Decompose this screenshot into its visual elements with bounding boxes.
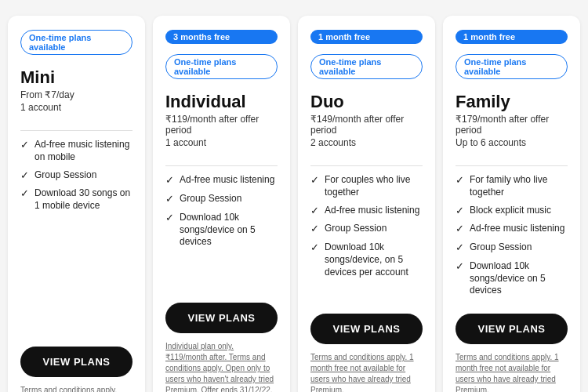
plan-card-mini: One-time plans available Mini From ₹7/da…: [8, 16, 145, 392]
divider: [456, 165, 568, 166]
badge-row: 1 month freeOne-time plans available: [456, 30, 568, 85]
badge-row: 3 months freeOne-time plans available: [165, 30, 278, 85]
features-list: ✓ For couples who live together ✓ Ad-fre…: [310, 174, 423, 303]
one-time-badge: One-time plans available: [20, 30, 132, 55]
check-icon: ✓: [310, 241, 319, 255]
plan-name: Family: [456, 92, 568, 112]
one-time-badge: One-time plans available: [310, 54, 423, 79]
feature-item: ✓ Group Session: [20, 169, 132, 183]
check-icon: ✓: [456, 260, 464, 274]
top-badge: 3 months free: [165, 30, 278, 44]
plan-card-duo: 1 month freeOne-time plans available Duo…: [298, 16, 435, 392]
check-icon: ✓: [310, 174, 319, 187]
features-list: ✓ For family who live together ✓ Block e…: [456, 174, 568, 303]
feature-text: Group Session: [180, 193, 241, 205]
view-plans-button[interactable]: VIEW PLANS: [310, 314, 423, 344]
features-list: ✓ Ad-free music listening on mobile ✓ Gr…: [20, 139, 132, 336]
terms-text: Terms and conditions apply.: [20, 385, 132, 392]
terms-link[interactable]: Terms and conditions apply.: [20, 386, 117, 392]
top-badge: 1 month free: [456, 30, 568, 44]
view-plans-button[interactable]: VIEW PLANS: [456, 314, 568, 344]
feature-item: ✓ For family who live together: [456, 174, 568, 198]
divider: [310, 165, 423, 166]
check-icon: ✓: [310, 223, 319, 236]
terms-text: Terms and conditions apply. 1 month free…: [310, 352, 423, 392]
feature-text: Ad-free music listening: [470, 223, 564, 235]
one-time-badge: One-time plans available: [456, 54, 568, 79]
feature-text: Ad-free music listening on mobile: [34, 139, 132, 163]
divider: [165, 165, 278, 166]
terms-link[interactable]: Terms and conditions apply. 1 month free…: [456, 353, 559, 392]
terms-link[interactable]: Individual plan only. ₹119/month after. …: [165, 342, 274, 392]
badge-row: One-time plans available: [20, 30, 132, 61]
feature-item: ✓ Download 30 songs on 1 mobile device: [20, 187, 132, 212]
feature-item: ✓ For couples who live together: [310, 174, 423, 198]
terms-text: Individual plan only. ₹119/month after. …: [165, 341, 278, 392]
plan-price: ₹119/month after offer period: [165, 114, 278, 136]
plan-accounts: Up to 6 accounts: [456, 137, 568, 148]
feature-item: ✓ Download 10k songs/device on 5 devices: [456, 260, 568, 297]
plan-accounts: 1 account: [20, 102, 132, 113]
feature-item: ✓ Download 10k songs/device, on 5 device…: [310, 241, 423, 278]
feature-item: ✓ Download 10k songs/device on 5 devices: [165, 212, 278, 249]
plan-card-individual: 3 months freeOne-time plans available In…: [153, 16, 290, 392]
feature-text: Download 30 songs on 1 mobile device: [34, 187, 132, 212]
pricing-cards: One-time plans available Mini From ₹7/da…: [8, 16, 580, 392]
badge-row: 1 month freeOne-time plans available: [310, 30, 423, 85]
feature-text: Ad-free music listening: [325, 205, 419, 217]
view-plans-button[interactable]: VIEW PLANS: [20, 347, 132, 377]
feature-text: Download 10k songs/device on 5 devices: [180, 212, 278, 249]
feature-item: ✓ Group Session: [165, 193, 278, 206]
feature-text: Ad-free music listening: [180, 174, 274, 187]
terms-text: Terms and conditions apply. 1 month free…: [456, 352, 568, 392]
plan-name: Mini: [20, 67, 132, 88]
check-icon: ✓: [165, 193, 174, 206]
divider: [20, 130, 132, 131]
feature-text: Download 10k songs/device, on 5 devices …: [325, 241, 423, 278]
plan-price: From ₹7/day: [20, 89, 132, 100]
check-icon: ✓: [20, 187, 29, 201]
feature-text: Block explicit music: [470, 205, 551, 217]
feature-text: For couples who live together: [325, 174, 423, 198]
features-list: ✓ Ad-free music listening ✓ Group Sessio…: [165, 174, 278, 292]
feature-text: Group Session: [34, 169, 96, 182]
terms-link[interactable]: Terms and conditions apply. 1 month free…: [310, 353, 414, 392]
feature-item: ✓ Ad-free music listening: [310, 205, 423, 218]
feature-text: Group Session: [325, 223, 387, 235]
check-icon: ✓: [165, 212, 174, 225]
feature-item: ✓ Ad-free music listening: [165, 174, 278, 187]
plan-name: Individual: [165, 92, 278, 112]
feature-item: ✓ Group Session: [456, 241, 568, 255]
feature-item: ✓ Ad-free music listening on mobile: [20, 139, 132, 163]
check-icon: ✓: [456, 223, 464, 236]
plan-accounts: 2 accounts: [310, 137, 423, 148]
plan-name: Duo: [310, 92, 423, 112]
plan-card-family: 1 month freeOne-time plans available Fam…: [443, 16, 580, 392]
plan-accounts: 1 account: [165, 137, 278, 148]
check-icon: ✓: [310, 205, 319, 218]
view-plans-button[interactable]: VIEW PLANS: [165, 303, 278, 333]
feature-text: Download 10k songs/device on 5 devices: [470, 260, 568, 297]
check-icon: ✓: [456, 241, 464, 255]
check-icon: ✓: [456, 205, 464, 218]
plan-price: ₹149/month after offer period: [310, 114, 423, 136]
feature-item: ✓ Block explicit music: [456, 205, 568, 218]
feature-text: For family who live together: [470, 174, 568, 198]
one-time-badge: One-time plans available: [165, 54, 278, 79]
feature-item: ✓ Ad-free music listening: [456, 223, 568, 236]
check-icon: ✓: [456, 174, 464, 187]
top-badge: 1 month free: [310, 30, 423, 44]
check-icon: ✓: [20, 139, 29, 152]
feature-item: ✓ Group Session: [310, 223, 423, 236]
plan-price: ₹179/month after offer period: [456, 114, 568, 136]
check-icon: ✓: [20, 169, 29, 183]
feature-text: Group Session: [470, 241, 532, 254]
check-icon: ✓: [165, 174, 174, 187]
